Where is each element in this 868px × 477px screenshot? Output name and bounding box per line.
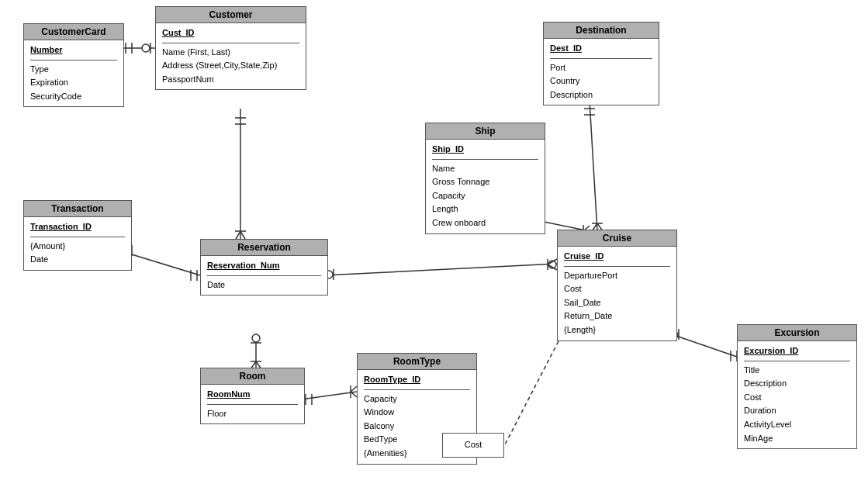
svg-point-19 xyxy=(548,261,556,268)
entity-ship: Ship Ship_ID Name Gross Tonnage Capacity… xyxy=(425,123,545,234)
entity-excursion-pk: Excursion_ID xyxy=(744,344,850,358)
entity-cruise-field: Sail_Date xyxy=(564,296,670,310)
entity-destination-title: Destination xyxy=(544,22,659,39)
entity-excursion-field: Title xyxy=(744,364,850,378)
entity-roomtype-field: Capacity xyxy=(364,392,470,406)
entity-customer-title: Customer xyxy=(156,7,306,23)
entity-cruise-pk: Cruise_ID xyxy=(564,250,670,264)
entity-cost-label: Cost xyxy=(449,438,497,452)
entity-customer: Customer Cust_ID Name (First, Last) Addr… xyxy=(155,6,306,90)
entity-destination-pk: Dest_ID xyxy=(550,42,652,56)
entity-ship-field: Crew onboard xyxy=(432,216,538,230)
entity-reservation: Reservation Reservation_Num Date xyxy=(200,239,328,296)
entity-destination-field: Country xyxy=(550,74,652,88)
entity-ship-field: Length xyxy=(432,202,538,216)
entity-ship-field: Gross Tonnage xyxy=(432,175,538,189)
entity-transaction-pk: Transaction_ID xyxy=(30,220,125,234)
entity-room-title: Room xyxy=(201,368,304,385)
entity-ship-field: Name xyxy=(432,162,538,176)
entity-transaction: Transaction Transaction_ID {Amount} Date xyxy=(23,200,132,271)
svg-line-29 xyxy=(590,101,597,231)
entity-cruise-field: DeparturePort xyxy=(564,269,670,283)
entity-transaction-field: {Amount} xyxy=(30,240,125,254)
entity-excursion-field: ActivityLevel xyxy=(744,418,850,432)
svg-line-53 xyxy=(504,341,558,446)
entity-customercard-title: CustomerCard xyxy=(24,24,123,40)
entity-excursion-field: Cost xyxy=(744,391,850,405)
entity-room-pk: RoomNum xyxy=(207,388,298,402)
entity-roomtype-field: Balcony xyxy=(364,420,470,434)
entity-roomtype-field: Window xyxy=(364,406,470,420)
svg-line-46 xyxy=(351,392,357,397)
entity-cruise-field: {Length} xyxy=(564,323,670,337)
entity-customercard-field: Type xyxy=(30,63,117,77)
entity-cruise-field: Cost xyxy=(564,282,670,296)
svg-line-45 xyxy=(351,386,357,392)
entity-room: Room RoomNum Floor xyxy=(200,368,305,424)
entity-customer-pk: Cust_ID xyxy=(162,26,299,40)
entity-roomtype-title: RoomType xyxy=(358,354,476,370)
entity-excursion-field: Description xyxy=(744,377,850,391)
svg-line-16 xyxy=(324,264,557,275)
entity-excursion: Excursion Excursion_ID Title Description… xyxy=(737,324,857,449)
entity-ship-field: Capacity xyxy=(432,189,538,203)
entity-customer-field: Name (First, Last) xyxy=(162,46,299,60)
entity-cruise: Cruise Cruise_ID DeparturePort Cost Sail… xyxy=(557,230,677,341)
entity-excursion-field: MinAge xyxy=(744,432,850,446)
svg-point-36 xyxy=(252,334,260,342)
entity-reservation-title: Reservation xyxy=(201,240,327,256)
entity-reservation-pk: Reservation_Num xyxy=(207,259,321,273)
svg-line-41 xyxy=(301,392,357,399)
entity-customercard-field: SecurityCode xyxy=(30,90,117,104)
svg-line-11 xyxy=(124,252,200,275)
entity-transaction-title: Transaction xyxy=(24,201,131,217)
svg-line-47 xyxy=(669,334,737,357)
entity-customer-field: Address (Street,City,State,Zip) xyxy=(162,59,299,73)
entity-ship-pk: Ship_ID xyxy=(432,143,538,157)
entity-cruise-field: Return_Date xyxy=(564,309,670,323)
erd-diagram: CustomerCard Number Type Expiration Secu… xyxy=(0,0,868,477)
entity-room-field: Floor xyxy=(207,407,298,421)
svg-line-22 xyxy=(548,264,557,270)
svg-line-21 xyxy=(548,259,557,264)
entity-reservation-field: Date xyxy=(207,278,321,292)
entity-cruise-title: Cruise xyxy=(558,230,676,247)
entity-destination-field: Port xyxy=(550,61,652,75)
entity-roomtype-pk: RoomType_ID xyxy=(364,373,470,387)
entity-excursion-title: Excursion xyxy=(738,325,856,341)
entity-ship-title: Ship xyxy=(426,123,545,140)
svg-point-3 xyxy=(142,44,150,52)
entity-destination-field: Description xyxy=(550,88,652,102)
entity-customercard: CustomerCard Number Type Expiration Secu… xyxy=(23,23,124,107)
entity-excursion-field: Duration xyxy=(744,404,850,418)
entity-transaction-field: Date xyxy=(30,253,125,267)
entity-cost: Cost xyxy=(442,433,504,458)
entity-customercard-field: Expiration xyxy=(30,76,117,90)
entity-customercard-pk: Number xyxy=(30,43,117,57)
entity-customer-field: PassportNum xyxy=(162,73,299,87)
entity-destination: Destination Dest_ID Port Country Descrip… xyxy=(543,22,659,105)
